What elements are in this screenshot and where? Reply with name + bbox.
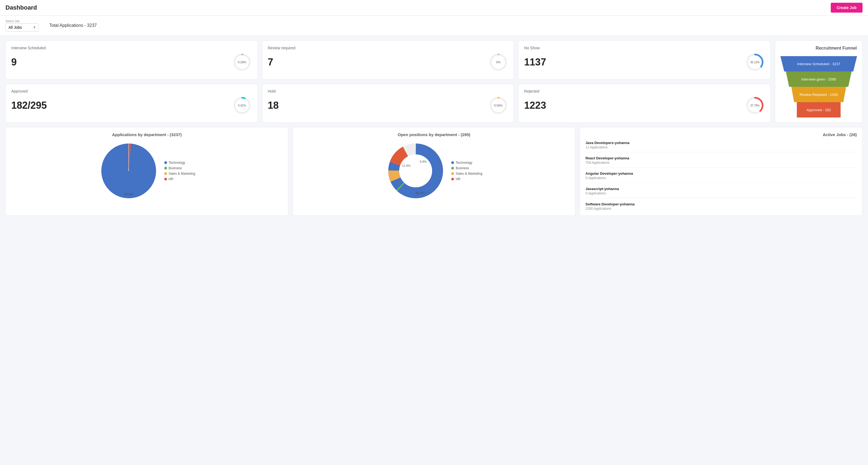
stat-value: 1223: [524, 100, 546, 111]
legend-item-sales2: Sales & Marketing: [451, 172, 482, 176]
select-job-dropdown[interactable]: All Jobs: [5, 23, 38, 31]
stat-card-review-required: Review required 7 0%: [262, 40, 514, 80]
stat-label: Rejected: [524, 89, 765, 93]
svg-text:80.3%: 80.3%: [416, 191, 425, 195]
open-pos-chart-title: Open positions by department - (295): [299, 132, 570, 137]
stat-value: 18: [268, 100, 279, 111]
stat-card-no-show: No Show 1137 35.13%: [518, 40, 771, 80]
dept-apps-legend: Technology Business Sales & Marketing HR: [164, 161, 195, 181]
legend-item-tech: Technology: [164, 161, 195, 164]
funnel-layer-1: Interview given - 2090: [786, 71, 851, 87]
create-job-button[interactable]: Create Job: [831, 3, 863, 12]
funnel-layer-2: Review Required - 1430: [791, 87, 846, 102]
dept-apps-pie: 99.8%: [99, 141, 159, 201]
stat-value: 7: [268, 56, 273, 68]
legend-item-hr: HR: [164, 177, 195, 181]
stat-circle-5: 37.78%: [745, 96, 765, 115]
stat-label: Hold: [268, 89, 508, 93]
stat-circle-2: 35.13%: [745, 52, 765, 72]
svg-text:0.28%: 0.28%: [238, 61, 246, 64]
svg-text:0.56%: 0.56%: [494, 104, 503, 107]
legend-item-hr2: HR: [451, 177, 482, 181]
open-pos-chart-card: Open positions by department - (295): [293, 127, 576, 216]
stat-label: No Show: [524, 46, 765, 50]
stat-circle-3: 5.62%: [232, 96, 252, 115]
active-job-name: Javascript-yohanna: [585, 187, 857, 191]
active-job-apps: 759 Applications: [585, 161, 857, 164]
active-jobs-card: Active Jobs - (28) Java Developers-yohan…: [580, 127, 863, 216]
legend-item-sales: Sales & Marketing: [164, 172, 195, 176]
active-jobs-list: Java Developers-yohanna 11 Applications …: [585, 141, 857, 211]
stat-card-rejected: Rejected 1223 37.78%: [518, 84, 771, 123]
stat-value: 182/295: [11, 100, 47, 111]
stat-card-approved: Approved 182/295 5.62%: [5, 84, 258, 123]
open-pos-donut: 11.9% 6.8% 80.3%: [385, 141, 446, 201]
funnel-wrap: Interview Scheduled - 3237 Interview giv…: [781, 56, 857, 118]
stat-circle-1: 0%: [489, 52, 508, 72]
stat-value: 9: [11, 56, 17, 68]
svg-text:37.78%: 37.78%: [750, 104, 760, 107]
funnel-layer-0: Interview Scheduled - 3237: [780, 56, 857, 71]
select-job-label: Select Job: [5, 20, 38, 23]
dept-apps-chart-title: Applications by department - (3237): [11, 132, 283, 137]
header: Dashboard Create Job: [0, 0, 868, 16]
select-job-wrap: Select Job All Jobs ▼: [5, 20, 38, 31]
total-applications: Total Applications - 3237: [49, 23, 97, 28]
active-job-item-0[interactable]: Java Developers-yohanna 11 Applications: [585, 141, 857, 152]
active-job-apps: 2200 Applications: [585, 207, 857, 211]
stat-circle-0: 0.28%: [232, 52, 252, 72]
svg-text:0%: 0%: [496, 61, 500, 64]
active-job-name: Java Developers-yohanna: [585, 141, 857, 145]
stat-label: Approved: [11, 89, 252, 93]
funnel-card: Recruitment Funnel Interview Scheduled -…: [775, 40, 863, 123]
active-job-name: Software Developer-yohanna: [585, 202, 857, 206]
legend-item-biz2: Business: [451, 166, 482, 170]
active-job-name: Angular Developer-yohanna: [585, 172, 857, 176]
svg-text:11.9%: 11.9%: [402, 164, 410, 167]
active-jobs-title: Active Jobs - (28): [585, 132, 857, 137]
svg-point-26: [399, 154, 432, 187]
funnel-layer-3: Approved - 182: [797, 102, 841, 118]
toolbar: Select Job All Jobs ▼ Total Applications…: [0, 16, 868, 36]
active-job-apps: 0 Applications: [585, 176, 857, 180]
stat-card-interview-scheduled: Interview Scheduled 9 0.28%: [5, 40, 258, 80]
stat-card-hold: Hold 18 0.56%: [262, 84, 514, 123]
funnel-title: Recruitment Funnel: [781, 46, 857, 51]
active-job-item-1[interactable]: React Developer-yohanna 759 Applications: [585, 156, 857, 167]
legend-item-biz: Business: [164, 166, 195, 170]
dept-apps-chart-card: Applications by department - (3237) 99.8…: [5, 127, 288, 216]
active-job-name: React Developer-yohanna: [585, 156, 857, 160]
active-job-apps: 0 Applications: [585, 191, 857, 195]
stat-circle-4: 0.56%: [489, 96, 508, 115]
svg-text:35.13%: 35.13%: [750, 61, 760, 64]
active-job-apps: 11 Applications: [585, 146, 857, 149]
active-job-item-2[interactable]: Angular Developer-yohanna 0 Applications: [585, 172, 857, 183]
main-content: Interview Scheduled 9 0.28% Review requi…: [0, 36, 868, 221]
svg-text:5.62%: 5.62%: [238, 104, 246, 107]
stat-label: Interview Scheduled: [11, 46, 252, 50]
legend-item-tech2: Technology: [451, 161, 482, 164]
svg-text:99.8%: 99.8%: [124, 192, 133, 196]
svg-text:6.8%: 6.8%: [420, 160, 427, 163]
active-job-item-4[interactable]: Software Developer-yohanna 2200 Applicat…: [585, 202, 857, 211]
open-pos-legend: Technology Business Sales & Marketing HR: [451, 161, 482, 181]
stat-label: Review required: [268, 46, 508, 50]
active-job-item-3[interactable]: Javascript-yohanna 0 Applications: [585, 187, 857, 198]
page-title: Dashboard: [5, 4, 37, 11]
stat-value: 1137: [524, 56, 546, 68]
